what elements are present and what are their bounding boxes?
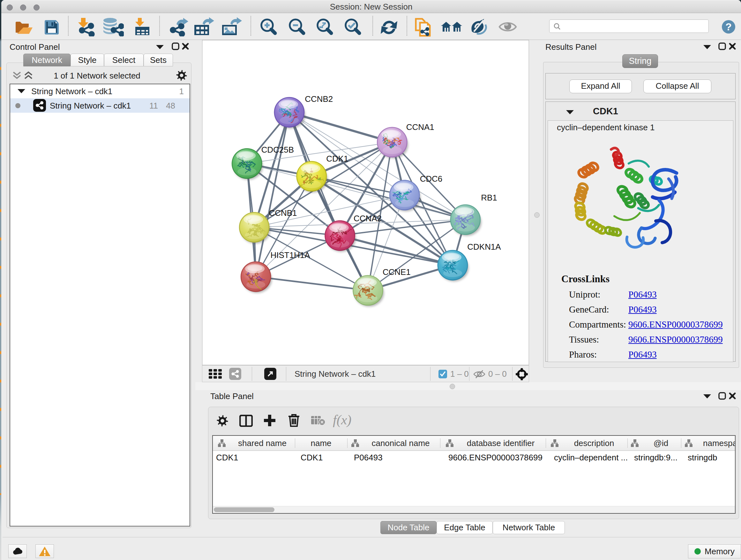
svg-text:CCNA1: CCNA1 xyxy=(406,123,434,132)
svg-text:CDC25B: CDC25B xyxy=(261,145,294,154)
svg-text:CCNB2: CCNB2 xyxy=(305,95,333,104)
svg-text:CDK1: CDK1 xyxy=(326,154,348,163)
svg-text:CCNE1: CCNE1 xyxy=(383,267,411,276)
svg-text:HIST1H1A: HIST1H1A xyxy=(271,251,311,260)
svg-text:?: ? xyxy=(725,21,732,33)
svg-text:CCNA2: CCNA2 xyxy=(354,214,382,223)
svg-text:CCNB1: CCNB1 xyxy=(269,208,297,217)
svg-text:CDKN1A: CDKN1A xyxy=(467,242,501,251)
svg-text:RB1: RB1 xyxy=(481,193,497,202)
svg-text:CDC6: CDC6 xyxy=(420,174,443,183)
